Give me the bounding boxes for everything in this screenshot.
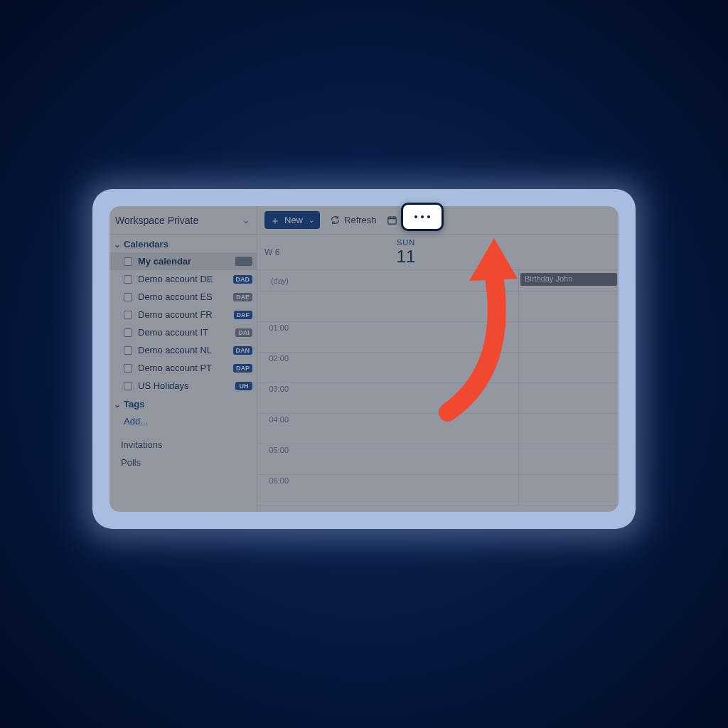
hour-label: 02:00: [257, 353, 293, 382]
sidebar-item-polls[interactable]: Polls: [109, 454, 257, 471]
tags-section-header[interactable]: ⌄ Tags: [109, 395, 257, 412]
calendar-item[interactable]: Demo account DEDAD: [109, 270, 257, 288]
hour-label: 01:00: [257, 322, 293, 352]
day-header[interactable]: SUN 11: [293, 235, 519, 269]
grid-cell-side[interactable]: [519, 383, 619, 413]
calendar-grid[interactable]: 01:0002:0003:0004:0005:0006:00: [257, 291, 619, 505]
workspace-title: Workspace Private: [115, 215, 198, 226]
calendar-badge: UH: [235, 382, 252, 390]
refresh-icon: [330, 215, 341, 225]
calendar-header: W 6 SUN 11: [257, 235, 619, 270]
calendar-label: Demo account DE: [138, 274, 213, 284]
checkbox-icon[interactable]: [124, 275, 132, 284]
calendar-icon: [387, 215, 397, 225]
checkbox-icon[interactable]: [124, 364, 132, 373]
allday-label: (day): [257, 270, 293, 291]
calendar-main: ＋ New ⌄ Refresh Today: [257, 206, 619, 512]
grid-cell[interactable]: [293, 444, 519, 474]
day-number: 11: [397, 247, 416, 267]
hour-label: 04:00: [257, 414, 293, 444]
calendar-badge: DAF: [234, 311, 253, 319]
calendar-badge: DAE: [233, 293, 252, 301]
plus-icon: ＋: [270, 215, 280, 225]
chevron-down-icon: ⌄: [242, 215, 250, 225]
calendar-label: Demo account FR: [138, 309, 213, 320]
hour-label: 03:00: [257, 383, 293, 413]
calendar-item[interactable]: Demo account ITDAI: [109, 323, 257, 341]
calendar-label: Demo account NL: [138, 345, 212, 355]
calendar-label: US Holidays: [138, 380, 189, 391]
workspace-selector[interactable]: Workspace Private ⌄: [109, 206, 257, 235]
calendar-badge: DAD: [233, 275, 253, 284]
calendar-item[interactable]: US HolidaysUH: [109, 377, 257, 395]
hour-label: 05:00: [257, 444, 293, 474]
calendar-badge: DAN: [233, 346, 253, 355]
week-number: W 6: [257, 235, 293, 269]
add-tag-label: Add...: [124, 416, 148, 427]
calendar-item[interactable]: My calendar: [109, 252, 257, 270]
allday-cell[interactable]: [293, 270, 519, 291]
invitations-label: Invitations: [121, 439, 163, 450]
new-label: New: [284, 215, 303, 225]
day-name: SUN: [397, 238, 415, 247]
grid-cell[interactable]: [293, 322, 519, 352]
checkbox-icon[interactable]: [124, 293, 132, 301]
calendars-label: Calendars: [124, 239, 168, 250]
calendar-item[interactable]: Demo account ESDAE: [109, 288, 257, 306]
chevron-down-icon: ⌄: [114, 240, 121, 250]
refresh-label: Refresh: [344, 215, 377, 225]
chevron-down-icon: ⌄: [309, 216, 314, 224]
calendar-label: Demo account IT: [138, 327, 208, 338]
polls-label: Polls: [121, 457, 141, 468]
calendar-label: Demo account ES: [138, 291, 213, 302]
grid-cell-side[interactable]: [519, 444, 619, 474]
hour-label: 06:00: [257, 475, 293, 505]
calendar-item[interactable]: Demo account FRDAF: [109, 306, 257, 323]
checkbox-icon[interactable]: [124, 311, 132, 319]
grid-cell[interactable]: [293, 414, 519, 444]
sidebar-item-invitations[interactable]: Invitations: [109, 436, 257, 454]
checkbox-icon[interactable]: [124, 346, 132, 355]
add-tag-button[interactable]: Add...: [109, 412, 257, 430]
grid-cell-side[interactable]: [519, 414, 619, 444]
grid-cell[interactable]: [293, 353, 519, 382]
calendar-badge: DAI: [235, 328, 252, 337]
more-options-button[interactable]: [401, 203, 444, 231]
sidebar: Workspace Private ⌄ ⌄ Calendars My calen…: [109, 206, 257, 512]
dots-horizontal-icon: [414, 215, 430, 218]
checkbox-icon[interactable]: [124, 257, 132, 266]
calendar-label: My calendar: [138, 256, 191, 267]
grid-cell[interactable]: [293, 475, 519, 505]
calendars-section-header[interactable]: ⌄ Calendars: [109, 235, 257, 252]
checkbox-icon[interactable]: [124, 382, 132, 390]
allday-row: (day) Birthday John: [257, 270, 619, 291]
calendar-item[interactable]: Demo account PTDAP: [109, 359, 257, 377]
calendar-item[interactable]: Demo account NLDAN: [109, 341, 257, 359]
checkbox-icon[interactable]: [124, 328, 132, 337]
svg-rect-0: [387, 217, 395, 224]
color-swatch[interactable]: [235, 257, 252, 266]
grid-cell-side[interactable]: [519, 475, 619, 505]
new-button[interactable]: ＋ New ⌄: [264, 211, 320, 229]
grid-cell[interactable]: [293, 383, 519, 413]
chevron-down-icon: ⌄: [114, 400, 121, 410]
calendar-badge: DAP: [233, 364, 252, 373]
tags-label: Tags: [124, 399, 144, 410]
grid-cell-side[interactable]: [519, 353, 619, 382]
grid-cell-side[interactable]: [519, 322, 619, 352]
event-birthday[interactable]: Birthday John: [520, 273, 617, 286]
refresh-button[interactable]: Refresh: [330, 215, 377, 225]
calendar-label: Demo account PT: [138, 363, 212, 373]
